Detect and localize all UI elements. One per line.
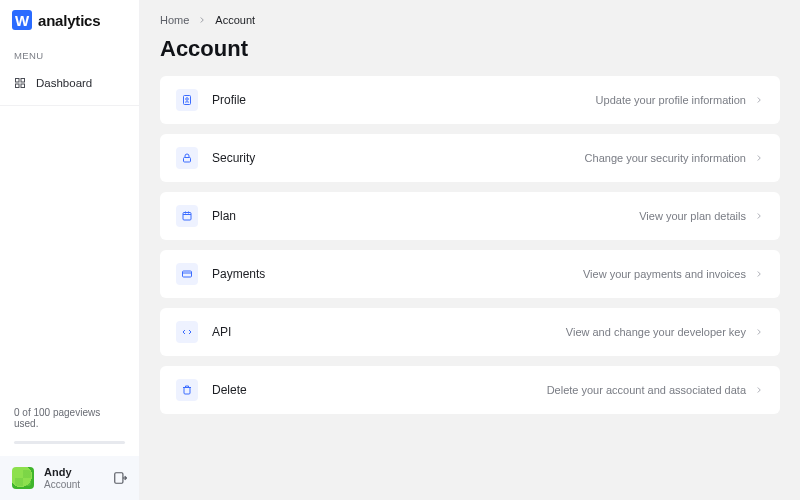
card-profile[interactable]: Profile Update your profile information	[160, 76, 780, 124]
svg-rect-10	[184, 388, 190, 395]
card-security[interactable]: Security Change your security informatio…	[160, 134, 780, 182]
chevron-right-icon	[754, 95, 764, 105]
chevron-right-icon	[197, 15, 207, 25]
card-desc: Change your security information	[585, 152, 746, 164]
card-delete[interactable]: Delete Delete your account and associate…	[160, 366, 780, 414]
menu-label: MENU	[0, 36, 139, 69]
svg-point-6	[186, 98, 189, 101]
avatar	[12, 467, 34, 489]
card-desc: View your plan details	[639, 210, 746, 222]
card-title: Plan	[212, 209, 236, 223]
card-desc: View and change your developer key	[566, 326, 746, 338]
lock-icon	[176, 147, 198, 169]
code-icon	[176, 321, 198, 343]
brand-mark-icon: W	[12, 10, 32, 30]
brand-word: analytics	[38, 12, 100, 29]
svg-rect-1	[21, 79, 25, 83]
grid-icon	[14, 77, 26, 89]
svg-rect-9	[183, 271, 192, 277]
svg-rect-0	[16, 79, 20, 83]
user-name: Andy	[44, 466, 80, 479]
user-sub: Account	[44, 479, 80, 491]
svg-rect-7	[184, 158, 191, 163]
card-desc: Update your profile information	[596, 94, 746, 106]
card-desc: View your payments and invoices	[583, 268, 746, 280]
card-title: Profile	[212, 93, 246, 107]
usage-text: 0 of 100 pageviews used.	[0, 397, 139, 433]
breadcrumb-home[interactable]: Home	[160, 14, 189, 26]
sidebar: W analytics MENU Dashboard 0 of 100 page…	[0, 0, 140, 500]
account-cards: Profile Update your profile information …	[160, 76, 780, 414]
calendar-icon	[176, 205, 198, 227]
user-icon	[176, 89, 198, 111]
breadcrumb: Home Account	[160, 14, 780, 26]
brand[interactable]: W analytics	[0, 0, 139, 36]
card-title: API	[212, 325, 231, 339]
card-payments[interactable]: Payments View your payments and invoices	[160, 250, 780, 298]
card-title: Delete	[212, 383, 247, 397]
chevron-right-icon	[754, 211, 764, 221]
credit-card-icon	[176, 263, 198, 285]
page-title: Account	[160, 36, 780, 62]
chevron-right-icon	[754, 153, 764, 163]
card-plan[interactable]: Plan View your plan details	[160, 192, 780, 240]
card-title: Payments	[212, 267, 265, 281]
main: Home Account Account Profile Update your…	[140, 0, 800, 500]
sidebar-item-label: Dashboard	[36, 77, 92, 89]
card-title: Security	[212, 151, 255, 165]
chevron-right-icon	[754, 327, 764, 337]
breadcrumb-current: Account	[215, 14, 255, 26]
card-desc: Delete your account and associated data	[547, 384, 746, 396]
svg-rect-3	[21, 84, 25, 88]
logout-icon[interactable]	[113, 471, 127, 485]
sidebar-item-dashboard[interactable]: Dashboard	[0, 69, 139, 97]
user-text: Andy Account	[44, 466, 80, 490]
chevron-right-icon	[754, 269, 764, 279]
svg-rect-2	[16, 84, 20, 88]
card-api[interactable]: API View and change your developer key	[160, 308, 780, 356]
svg-rect-8	[183, 213, 191, 221]
svg-rect-4	[115, 473, 123, 484]
trash-icon	[176, 379, 198, 401]
user-card[interactable]: Andy Account	[0, 456, 139, 500]
chevron-right-icon	[754, 385, 764, 395]
usage-bar	[14, 441, 125, 444]
